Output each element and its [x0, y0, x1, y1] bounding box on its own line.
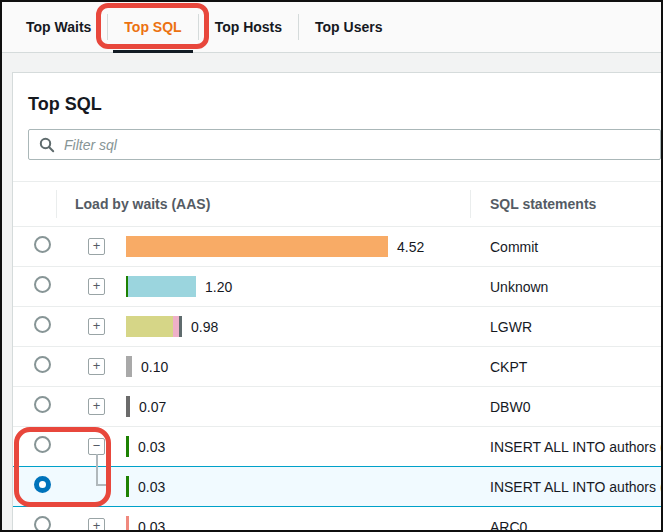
- top-sql-panel: Top SQL Load by waits (AAS) SQL statemen…: [12, 72, 661, 532]
- expand-button[interactable]: +: [88, 318, 105, 335]
- sql-statement-link[interactable]: LGWR: [490, 319, 532, 336]
- radio-button[interactable]: [34, 316, 51, 333]
- collapse-button[interactable]: −: [88, 438, 105, 455]
- table-row: + 0.07 DBW0: [13, 386, 661, 426]
- table-row: + 0.98 LGWR: [13, 306, 661, 346]
- table-row: + 0.03 ARC0: [13, 506, 661, 532]
- sql-statement-link[interactable]: CKPT: [490, 359, 527, 376]
- header-sql-statements: SQL statements: [470, 196, 661, 212]
- radio-button[interactable]: [34, 396, 51, 413]
- load-value: 0.98: [191, 319, 218, 335]
- load-bar: [126, 316, 182, 337]
- sql-statement-link[interactable]: Commit: [490, 239, 538, 256]
- load-bar: [126, 356, 132, 377]
- load-value: 0.03: [138, 439, 165, 455]
- load-value: 0.10: [141, 359, 168, 375]
- load-bar: [126, 516, 129, 532]
- sql-statement-link[interactable]: INSERT ALL INTO authors (id,: [490, 479, 661, 496]
- load-cell: 0.03: [56, 476, 470, 497]
- radio-button[interactable]: [34, 516, 51, 532]
- load-cell: + 1.20: [56, 276, 470, 297]
- radio-button[interactable]: [34, 436, 51, 453]
- screenshot-frame: Top Waits Top SQL Top Hosts Top Users To…: [0, 0, 663, 532]
- load-bar: [126, 476, 129, 497]
- expand-button[interactable]: +: [88, 518, 105, 532]
- load-cell: + 0.07: [56, 396, 470, 417]
- expand-button[interactable]: +: [88, 238, 105, 255]
- sql-statement-link[interactable]: DBW0: [490, 399, 530, 416]
- expand-button[interactable]: +: [88, 358, 105, 375]
- load-bar: [126, 436, 129, 457]
- load-value: 0.03: [138, 519, 165, 532]
- tree-connector-vertical: [96, 454, 98, 486]
- table-header-row: Load by waits (AAS) SQL statements: [13, 182, 661, 226]
- expand-button[interactable]: +: [88, 278, 105, 295]
- load-cell: − 0.03: [56, 436, 470, 457]
- sql-statement-link[interactable]: ARC0: [490, 519, 527, 532]
- load-value: 0.07: [139, 399, 166, 415]
- load-bar: [126, 236, 388, 257]
- table-row-expanded-parent: − 0.03 INSERT ALL INTO authors (id,: [13, 426, 661, 466]
- filter-sql-input[interactable]: [64, 137, 650, 153]
- radio-button[interactable]: [34, 236, 51, 253]
- table-row: + 1.20 Unknown: [13, 266, 661, 306]
- radio-button[interactable]: [34, 276, 51, 293]
- load-value: 1.20: [205, 279, 232, 295]
- tree-connector-elbow: [96, 484, 110, 486]
- top-sql-table: Load by waits (AAS) SQL statements + 4.5…: [13, 181, 661, 532]
- tab-top-sql[interactable]: Top SQL: [108, 2, 197, 53]
- table-row: + 0.10 CKPT: [13, 346, 661, 386]
- load-cell: + 0.03: [56, 516, 470, 532]
- table-row-selected-child: 0.03 INSERT ALL INTO authors (id,: [13, 466, 661, 506]
- header-load-by-waits: Load by waits (AAS): [56, 196, 470, 212]
- load-cell: + 4.52: [56, 236, 470, 257]
- sql-statement-link[interactable]: INSERT ALL INTO authors (id,: [490, 439, 661, 456]
- tab-top-waits[interactable]: Top Waits: [10, 2, 107, 53]
- load-value: 0.03: [138, 479, 165, 495]
- page-title: Top SQL: [28, 93, 661, 115]
- load-cell: + 0.10: [56, 356, 470, 377]
- load-value: 4.52: [397, 239, 424, 255]
- table-body: + 4.52 Commit + 1.20 Unknown: [13, 226, 661, 532]
- tab-bar: Top Waits Top SQL Top Hosts Top Users: [2, 2, 661, 53]
- radio-button-selected[interactable]: [34, 476, 51, 493]
- tab-top-users[interactable]: Top Users: [299, 2, 398, 53]
- expand-button[interactable]: +: [88, 398, 105, 415]
- load-cell: + 0.98: [56, 316, 470, 337]
- tab-top-hosts[interactable]: Top Hosts: [199, 2, 298, 53]
- load-bar: [126, 276, 196, 297]
- search-icon: [39, 137, 55, 153]
- sql-statement-link[interactable]: Unknown: [490, 279, 548, 296]
- radio-button[interactable]: [34, 356, 51, 373]
- table-row: + 4.52 Commit: [13, 226, 661, 266]
- load-bar: [126, 396, 130, 417]
- filter-box: [28, 129, 661, 160]
